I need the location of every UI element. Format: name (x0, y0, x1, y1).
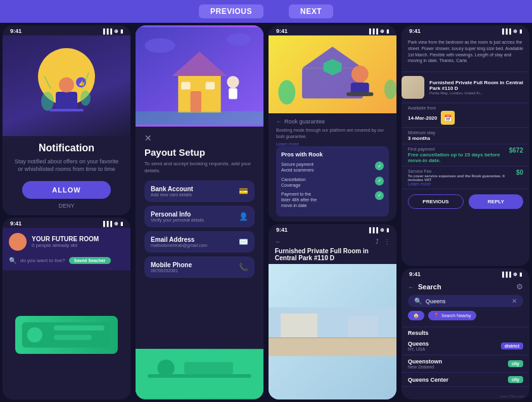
phone-icon: 📞 (239, 263, 248, 272)
svg-point-0 (41, 92, 54, 111)
svg-rect-12 (54, 335, 92, 340)
more-icon[interactable]: ⋮ (384, 238, 390, 245)
personal-sub: Verify your personal details (151, 218, 204, 222)
svg-point-34 (278, 80, 295, 104)
search-battery: ▮ (519, 272, 522, 277)
pill-home[interactable]: 🏠 (408, 311, 424, 320)
battery-icon: ▮ (120, 28, 123, 34)
svg-rect-20 (206, 82, 215, 90)
furn-battery: ▮ (386, 227, 389, 233)
phone-label: Mobile Phone (151, 261, 192, 268)
future-room-body (3, 270, 130, 399)
search-time: 9:41 (409, 271, 421, 277)
share-icon[interactable]: ⤴ (376, 238, 379, 245)
deny-link[interactable]: DENY (11, 203, 122, 209)
top-nav: PREVIOUS NEXT (0, 0, 532, 23)
search-back-arrow[interactable]: ← (408, 284, 414, 291)
future-time: 9:41 (10, 220, 22, 227)
pros-item-1: Secure paymentAvoid scammers ✓ (281, 161, 384, 173)
pros-box: Pros with Rook Secure paymentAvoid scamm… (276, 146, 389, 217)
column-1: 9:41 ▐▐▐ ⊕ ▮ (0, 23, 133, 402)
firstpay-price: $672 (509, 147, 523, 154)
signal-icon2: ▐▐▐ (101, 221, 112, 227)
future-room-title: YOUR FUTURE ROOM (32, 236, 99, 242)
nearby-label: Search Nearby (441, 313, 471, 318)
rook-back-button[interactable]: ← Rook guarantee (276, 118, 389, 125)
queens-badge: district (501, 342, 523, 349)
column-2: ✕ Payout Setup To send and accept bookin… (133, 23, 266, 402)
next-button[interactable]: NEXT (289, 4, 333, 18)
rook-content: ← Rook guarantee Booking mode through ou… (269, 113, 396, 222)
notification-screen: 9:41 ▐▐▐ ⊕ ▮ (3, 25, 130, 215)
search-input-row[interactable]: 🔍 Queens ✕ (408, 295, 523, 307)
svg-rect-22 (229, 88, 237, 99)
queens-center-name: Queens Center (408, 377, 448, 383)
previous-button[interactable]: PREVIOUS (199, 4, 263, 18)
future-illus-svg (15, 316, 118, 354)
result-queens-center-text: Queens Center (408, 377, 448, 383)
listing-actions: PREVIOUS REPLY (402, 189, 529, 214)
allow-button[interactable]: ALLOW (22, 181, 110, 199)
pros-item-3: Payment to thelister 48h after themove-i… (281, 191, 384, 208)
listing-previous-button[interactable]: PREVIOUS (408, 194, 464, 209)
email-icon: ✉️ (239, 237, 248, 246)
payout-item-personal[interactable]: Personal Info Verify your personal detai… (144, 206, 255, 227)
svg-point-21 (227, 76, 239, 88)
filter-icon[interactable]: ⚙ (516, 282, 523, 291)
personal-label: Personal Info (151, 211, 204, 218)
notification-person-svg: 👍 (38, 57, 95, 120)
search-header: ← Search ⚙ 🔍 Queens ✕ 🏠 📍 Sea (402, 279, 529, 327)
payout-item-email[interactable]: Email Address matloobmehirab@gmail.com ✉… (144, 231, 255, 253)
search-icon-small: 🔍 (9, 257, 16, 264)
search-clear-button[interactable]: ✕ (512, 298, 517, 305)
close-button[interactable]: ✕ (144, 133, 255, 143)
payout-item-phone[interactable]: Mobile Phone 08700292081 📞 (144, 256, 255, 278)
firstpay-desc: Free cancellation up to 15 days before m… (408, 152, 505, 163)
payout-item-personal-text: Personal Info Verify your personal detai… (151, 211, 204, 222)
pros-text-3: Payment to thelister 48h after themove-i… (281, 191, 371, 208)
svg-rect-37 (269, 338, 396, 356)
search-magnifier-icon: 🔍 (414, 298, 422, 305)
list-wifi: ⊕ (513, 28, 517, 34)
rook-header-illustration (269, 35, 396, 113)
search-header-row: ← Search ⚙ (408, 282, 523, 291)
svg-rect-23 (136, 111, 263, 125)
payout-item-bank[interactable]: Bank Account Add new card details 💳 (144, 180, 255, 202)
queens-sub: NY, USA (408, 347, 429, 351)
rook-screen: 9:41 ▐▐▐ ⊕ ▮ (269, 25, 396, 222)
listing-screen: 9:41 ▐▐▐ ⊕ ▮ Park view from the bedroom … (402, 25, 529, 266)
calendar-icon: 📅 (441, 111, 455, 125)
notification-title: Notification (11, 142, 122, 154)
rook-learn-more[interactable]: Learn more (276, 142, 389, 146)
service-learn-more[interactable]: Learn more (408, 182, 512, 186)
queenstown-name: Queenstown (408, 358, 442, 365)
avatar (9, 233, 27, 251)
rook-battery: ▮ (386, 28, 389, 34)
service-desc: To cover service expenses and the Rook g… (408, 174, 512, 182)
search-status-icons: ▐▐▐ ⊕ ▮ (500, 272, 522, 277)
queens-center-badge: city (508, 376, 523, 383)
notification-description: Stay notified about offers on your favor… (11, 158, 122, 173)
results-label: Results (402, 327, 529, 337)
column-3: 9:41 ▐▐▐ ⊕ ▮ (266, 23, 399, 402)
furn-image-svg (269, 264, 396, 399)
saved-badge: Saved Seacher (69, 257, 111, 264)
signal-icon: ▐▐▐ (101, 28, 112, 34)
future-room-screen: 9:41 ▐▐▐ ⊕ ▮ YOUR FUTURE ROOM 0 people a… (3, 218, 130, 399)
svg-point-1 (80, 91, 91, 106)
bank-icon: 💳 (239, 187, 248, 196)
future-room-illustration (15, 316, 118, 354)
furn-back-button[interactable]: ← (275, 238, 281, 245)
pros-title: Pros with Rook (281, 151, 384, 158)
svg-point-35 (384, 80, 396, 99)
bank-label: Bank Account (151, 185, 193, 192)
pill-nearby[interactable]: 📍 Search Nearby (428, 311, 476, 320)
location-icon: 📍 (433, 313, 440, 318)
listing-reply-button[interactable]: REPLY (469, 194, 523, 209)
future-titles: YOUR FUTURE ROOM 0 people already did (32, 236, 99, 248)
payout-screen: ✕ Payout Setup To send and accept bookin… (136, 25, 263, 399)
phone-sub: 08700292081 (151, 268, 192, 273)
battery-icon2: ▮ (120, 221, 123, 227)
payout-bottom-illustration (136, 349, 263, 399)
svg-point-15 (227, 34, 251, 46)
